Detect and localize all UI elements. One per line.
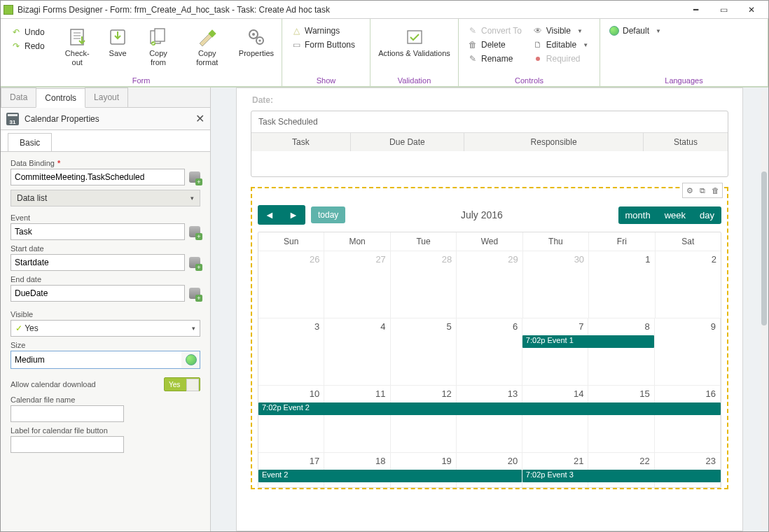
warnings-button[interactable]: △ Warnings — [288, 24, 364, 37]
day-cell[interactable]: 30 — [523, 251, 589, 318]
maximize-button[interactable]: ▭ — [709, 1, 737, 18]
day-cell[interactable]: 26 — [258, 251, 324, 318]
tab-data[interactable]: Data — [1, 88, 36, 107]
toggle-allow-download[interactable]: Yes — [164, 377, 200, 391]
calendar-icon: 31 — [6, 113, 19, 125]
day-cell[interactable]: 7 — [522, 318, 588, 385]
input-cal-file-button[interactable] — [11, 436, 124, 453]
input-event[interactable] — [11, 223, 185, 240]
check-icon — [405, 28, 424, 46]
language-default-button[interactable]: Default▼ — [606, 24, 665, 37]
view-week[interactable]: week — [658, 206, 693, 224]
event-3[interactable]: 7:02p Event 3 — [522, 470, 721, 482]
day-cell[interactable]: 28 — [391, 251, 457, 318]
day-cell[interactable]: 29 — [457, 251, 522, 318]
event-1[interactable]: 7:02p Event 1 — [522, 335, 654, 348]
day-cell[interactable]: 3 — [258, 318, 324, 385]
day-cell[interactable]: 8 — [588, 318, 654, 385]
dow-wed: Wed — [457, 232, 522, 251]
panel-close-button[interactable]: ✕ — [195, 112, 205, 125]
copy-format-button[interactable]: Copy format — [185, 22, 230, 70]
scrollbar-thumb[interactable] — [761, 172, 767, 326]
convert-to-button[interactable]: ✎ Convert To — [464, 24, 525, 37]
db-picker-icon[interactable] — [189, 288, 200, 299]
task-scheduled-table[interactable]: Task Scheduled Task Due Date Responsible… — [251, 111, 728, 177]
control-delete-icon[interactable]: 🗑 — [709, 185, 721, 196]
db-picker-icon[interactable] — [189, 172, 200, 183]
day-cell[interactable]: 14 — [522, 386, 588, 452]
day-cell[interactable]: 10 — [258, 386, 324, 452]
required-icon — [533, 54, 543, 64]
input-data-binding[interactable] — [11, 169, 185, 186]
panel-tabs: Data Controls Layout — [1, 88, 210, 108]
input-start-date[interactable] — [11, 254, 185, 271]
undo-icon: ↶ — [11, 27, 21, 37]
day-cell[interactable]: 16 — [655, 386, 721, 452]
group-label-validation: Validation — [376, 75, 452, 85]
day-cell[interactable]: 9 — [655, 318, 721, 385]
select-visible[interactable]: ✓ Yes ▾ — [11, 320, 200, 337]
required-button[interactable]: Required — [529, 52, 592, 65]
actions-validations-button[interactable]: Actions & Validations — [376, 22, 452, 62]
db-picker-icon[interactable] — [189, 257, 200, 268]
ribbon: ↶ Undo ↷ Redo Check-out Save — [1, 19, 768, 88]
day-cell[interactable]: 27 — [324, 251, 390, 318]
checkout-button[interactable]: Check-out — [58, 22, 97, 70]
data-list-expander[interactable]: Data list▾ — [11, 190, 200, 206]
view-day[interactable]: day — [693, 206, 721, 224]
delete-button[interactable]: 🗑 Delete — [464, 38, 525, 51]
field-date-placeholder[interactable]: Date: — [251, 95, 728, 111]
tab-basic[interactable]: Basic — [8, 133, 52, 152]
redo-button[interactable]: ↷ Redo — [8, 40, 48, 52]
calendar-control[interactable]: ⚙ ⧉ 🗑 ◄ ► today July 2016 month we — [251, 187, 728, 489]
input-end-date[interactable] — [11, 285, 185, 302]
day-cell[interactable]: 2 — [656, 251, 721, 318]
svg-point-9 — [258, 39, 261, 41]
tab-layout[interactable]: Layout — [85, 88, 128, 107]
day-cell[interactable]: 4 — [324, 318, 390, 385]
day-cell[interactable]: 5 — [391, 318, 457, 385]
control-settings-icon[interactable]: ⚙ — [684, 185, 695, 196]
day-cell[interactable]: 11 — [324, 386, 390, 452]
input-cal-file-name[interactable] — [11, 405, 124, 422]
minimize-button[interactable]: ━ — [681, 1, 709, 18]
tab-controls[interactable]: Controls — [36, 88, 85, 108]
label-cal-file-name: Calendar file name — [11, 396, 200, 404]
dow-fri: Fri — [589, 232, 655, 251]
db-picker-icon[interactable] — [189, 226, 200, 237]
svg-rect-3 — [155, 29, 165, 41]
close-button[interactable]: ✕ — [737, 1, 765, 18]
rename-button[interactable]: ✎ Rename — [464, 52, 525, 65]
day-cell[interactable]: 15 — [588, 386, 654, 452]
save-button[interactable]: Save — [104, 22, 132, 62]
brush-icon — [195, 27, 219, 48]
next-button[interactable]: ► — [282, 205, 305, 225]
globe-icon[interactable] — [186, 354, 197, 365]
day-cell[interactable]: 6 — [457, 318, 522, 385]
dow-sun: Sun — [258, 232, 324, 251]
design-canvas-area: Date: Task Scheduled Task Due Date Respo… — [211, 88, 768, 531]
gear-icon — [246, 27, 267, 48]
copy-from-button[interactable]: Copy from — [139, 22, 177, 70]
form-buttons-button[interactable]: ▭ Form Buttons — [288, 38, 364, 51]
input-size[interactable] — [11, 351, 181, 368]
label-event: Event — [11, 214, 200, 222]
table-caption: Task Scheduled — [251, 111, 728, 133]
editable-button[interactable]: 🗋 Editable▼ — [529, 38, 592, 51]
group-label-languages: Languages — [606, 75, 762, 85]
properties-button[interactable]: Properties — [237, 22, 276, 62]
form-canvas[interactable]: Date: Task Scheduled Task Due Date Respo… — [236, 88, 743, 531]
day-cell[interactable]: 12 — [391, 386, 457, 452]
event-2-cont[interactable]: Event 2 — [258, 470, 522, 482]
visible-button[interactable]: 👁 Visible▼ — [529, 24, 592, 37]
undo-button[interactable]: ↶ Undo — [8, 26, 48, 38]
view-month[interactable]: month — [618, 206, 658, 224]
label-data-binding: Data Binding — [11, 159, 55, 167]
prev-button[interactable]: ◄ — [258, 205, 282, 225]
today-button[interactable]: today — [311, 206, 345, 223]
day-cell[interactable]: 1 — [589, 251, 655, 318]
control-copy-icon[interactable]: ⧉ — [697, 185, 708, 196]
copy-from-icon — [148, 27, 169, 48]
event-2[interactable]: 7:02p Event 2 — [258, 402, 721, 415]
day-cell[interactable]: 13 — [457, 386, 522, 452]
